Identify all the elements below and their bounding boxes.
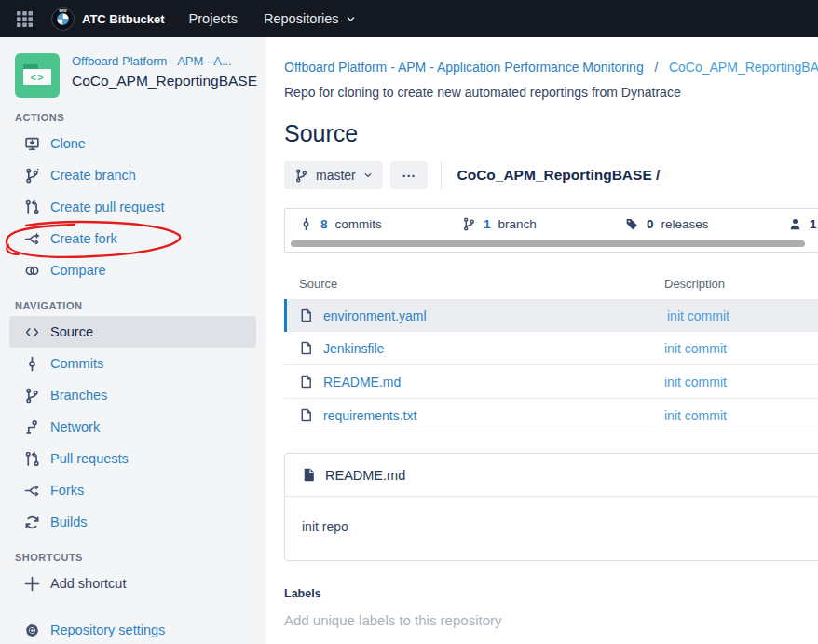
tag-icon [625, 217, 639, 231]
sidebar-item-branches[interactable]: Branches [9, 379, 256, 411]
table-row[interactable]: README.md init commit [284, 364, 818, 398]
table-row[interactable]: Jenkinsfile init commit [284, 332, 818, 364]
labels-title: Labels [284, 587, 818, 600]
settings-section: Repository settings [0, 614, 266, 644]
file-link[interactable]: Jenkinsfile [284, 341, 664, 356]
branch-selector-button[interactable]: master [284, 161, 383, 189]
stat-branches[interactable]: 1 branch [462, 217, 625, 231]
breadcrumb: Offboard Platform - APM - Application Pe… [284, 60, 818, 75]
file-link[interactable]: requirements.txt [284, 408, 664, 423]
repo-titles: Offboard Platform - APM - A... CoCo_APM_… [72, 53, 257, 89]
sidebar-item-create-pull-request[interactable]: Create pull request [9, 191, 256, 223]
stat-commits[interactable]: 8 commits [299, 217, 462, 231]
main-content: Offboard Platform - APM - Application Pe… [266, 37, 818, 644]
sidebar-item-commits[interactable]: Commits [9, 348, 256, 379]
sidebar-item-repository-settings[interactable]: Repository settings [9, 614, 256, 644]
svg-text:BMW: BMW [59, 9, 67, 13]
pull-requests-icon [24, 451, 40, 467]
builds-icon [24, 514, 40, 530]
folder-code-icon: <> [23, 69, 51, 85]
table-row[interactable]: requirements.txt init commit [284, 398, 818, 432]
breadcrumb-project-link[interactable]: Offboard Platform - APM - Application Pe… [284, 60, 644, 75]
chevron-down-icon [363, 171, 373, 180]
sidebar-item-create-branch[interactable]: Create branch [9, 159, 256, 191]
create-fork-icon [24, 231, 40, 247]
commit-message-link[interactable]: init commit [664, 408, 727, 423]
repo-stats-card: 8 commits 1 branch 0 releases 1 contribu… [284, 208, 818, 253]
shortcuts-label: SHORTCUTS [9, 552, 256, 568]
breadcrumb-repo-link[interactable]: CoCo_APM_ReportingBASE [669, 60, 818, 75]
commit-message-link[interactable]: init commit [664, 375, 727, 390]
nav-projects[interactable]: Projects [189, 11, 238, 26]
top-navigation-bar: BMW ATC Bitbucket Projects Repositories [0, 0, 818, 37]
bmw-logo: BMW [51, 7, 75, 31]
app-switcher-grid-icon [17, 11, 33, 27]
commit-message-link[interactable]: init commit [667, 308, 729, 323]
plus-icon [24, 576, 40, 592]
sidebar-item-network[interactable]: Network [9, 411, 256, 443]
repo-header: <> Offboard Platform - APM - A... CoCo_A… [0, 53, 266, 98]
sidebar-item-add-shortcut[interactable]: Add shortcut [9, 568, 256, 599]
app-switcher-button[interactable] [13, 7, 36, 31]
sidebar-item-builds[interactable]: Builds [9, 506, 256, 538]
sidebar-item-compare[interactable]: Compare [9, 254, 256, 286]
labels-input-placeholder[interactable]: Add unique labels to this repository [284, 612, 818, 628]
forks-icon [24, 483, 40, 499]
navigation-section: NAVIGATION Source Commits Branches Netwo… [0, 300, 266, 538]
breadcrumb-separator-space [658, 60, 665, 75]
page-title: Source [284, 120, 818, 147]
brand-home-link[interactable]: BMW ATC Bitbucket [51, 7, 165, 31]
file-icon [299, 341, 313, 355]
sidebar-item-forks[interactable]: Forks [9, 474, 256, 506]
source-icon [24, 324, 40, 340]
table-row[interactable]: environment.yaml init commit [284, 299, 818, 332]
sidebar-item-create-fork[interactable]: Create fork [9, 223, 256, 254]
repo-description: Repo for cloning to create new automated… [284, 85, 818, 100]
file-table-header: Source Description [284, 277, 818, 299]
stats-scrollbar-thumb[interactable] [291, 240, 805, 247]
shortcuts-section: SHORTCUTS Add shortcut [0, 552, 266, 599]
stats-scrollbar-track [291, 240, 818, 248]
readme-filename: README.md [325, 468, 405, 483]
branch-icon [294, 169, 308, 183]
project-link[interactable]: Offboard Platform - APM - A... [72, 53, 257, 70]
commit-icon [299, 217, 313, 231]
source-column-header: Source [284, 277, 664, 291]
file-icon [299, 408, 313, 422]
top-nav-menu: Projects Repositories [189, 11, 356, 26]
clone-icon [24, 136, 40, 152]
branch-selector-value: master [316, 168, 356, 183]
readme-header: README.md [285, 454, 818, 497]
stat-releases[interactable]: 0 releases [625, 217, 788, 231]
sidebar-item-clone[interactable]: Clone [9, 128, 256, 159]
description-column-header: Description [664, 277, 725, 291]
readme-card: README.md init repo [284, 453, 818, 561]
file-icon [299, 375, 313, 389]
file-link[interactable]: environment.yaml [287, 308, 667, 323]
nav-repositories[interactable]: Repositories [264, 11, 356, 26]
repo-stats-row: 8 commits 1 branch 0 releases 1 contribu… [285, 209, 818, 240]
file-table: Source Description environment.yaml init… [284, 277, 818, 432]
navigation-label: NAVIGATION [9, 300, 256, 316]
sidebar-item-pull-requests[interactable]: Pull requests [9, 443, 256, 474]
repo-avatar[interactable]: <> [15, 53, 60, 98]
commits-icon [24, 356, 40, 372]
gear-icon [24, 623, 40, 638]
actions-label: ACTIONS [9, 112, 256, 128]
network-icon [24, 419, 40, 435]
stat-contributors[interactable]: 1 contributor [788, 217, 818, 231]
readme-content: init repo [285, 497, 818, 560]
toolbar-divider [441, 161, 442, 189]
file-link[interactable]: README.md [284, 375, 664, 390]
source-toolbar: master ... CoCo_APM_ReportingBASE / [284, 161, 818, 189]
more-actions-button[interactable]: ... [390, 161, 429, 189]
create-branch-icon [24, 168, 40, 184]
sidebar-item-source[interactable]: Source [9, 316, 256, 348]
repository-sidebar: <> Offboard Platform - APM - A... CoCo_A… [0, 37, 266, 644]
labels-section: Labels Add unique labels to this reposit… [284, 587, 818, 628]
branches-icon [24, 388, 40, 404]
commit-message-link[interactable]: init commit [664, 341, 727, 356]
current-path[interactable]: CoCo_APM_ReportingBASE / [457, 167, 660, 184]
create-pull-request-icon [24, 199, 40, 215]
person-icon [788, 217, 802, 231]
